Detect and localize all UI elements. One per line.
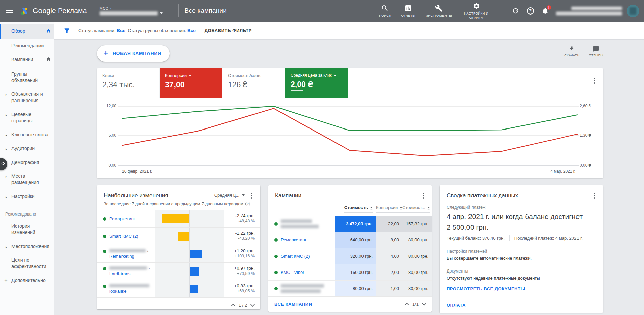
metric-value: 2,00 ₴ (291, 80, 343, 89)
campaign-link[interactable]: Smart КМС (2) (109, 234, 138, 239)
wrench-icon (435, 4, 443, 12)
sidebar-item-keywords[interactable]: ▸ Ключевые слова (0, 128, 54, 142)
tools-button[interactable]: ИНСТРУМЕНТЫ (421, 0, 457, 22)
pager: 1/1 (405, 302, 426, 307)
campaign-link[interactable]: КМС - Viber (281, 270, 304, 275)
refresh-button[interactable] (508, 3, 523, 18)
expand-arrow-icon[interactable]: ▸ (6, 174, 7, 180)
campaign-link[interactable] (281, 284, 324, 293)
expand-arrow-icon[interactable]: ▸ (6, 132, 7, 139)
feedback-button[interactable]: ОТЗЫВЫ (589, 46, 603, 57)
campaigns-kebab-menu[interactable] (420, 192, 426, 200)
card-title: Наибольшие изменения (104, 192, 168, 199)
campaign-link[interactable] (281, 219, 319, 228)
top-movers-card: Наибольшие изменения Средняя ц... За пос… (97, 185, 260, 309)
sidebar-item-label: Целевые страницы (11, 111, 49, 124)
chevron-up-icon[interactable] (405, 303, 409, 307)
chevron-down-icon[interactable] (422, 301, 426, 306)
status-dot-icon (103, 267, 106, 270)
google-ads-logo: Google Реклама (20, 6, 87, 16)
settings-billing-button[interactable]: НАСТРОЙКИ И ОПЛАТА (457, 0, 495, 22)
billing-kebab-menu[interactable] (592, 192, 598, 200)
expand-arrow-icon[interactable]: ▸ (6, 112, 7, 118)
expand-arrow-icon[interactable]: ▸ (6, 194, 7, 200)
metric-card-cost-per-conv[interactable]: Стоимость/конв. 126 ₴ (222, 68, 285, 98)
expand-arrow-icon[interactable]: ▸ (6, 244, 7, 250)
campaign-link[interactable]: Ремаркетинг (109, 216, 135, 222)
sidebar-item-landing-pages[interactable]: ▸ Целевые страницы (0, 108, 54, 128)
column-header-conversions[interactable]: Конверсии (376, 205, 402, 213)
change-percent: +68,05 % (224, 289, 255, 293)
table-row: Smart КМС (2) -1,22 грн. -43,20 % (97, 227, 260, 245)
search-button[interactable]: ПОИСК (374, 0, 396, 22)
home-icon (46, 28, 51, 35)
avatar[interactable] (627, 5, 639, 17)
campaign-link[interactable]: ›Lardi-trans (109, 266, 150, 277)
current-balance-value[interactable]: 376,46 грн. (482, 236, 505, 241)
download-icon (568, 46, 575, 52)
status-dot-icon (103, 217, 106, 221)
metric-card-avg-cpc[interactable]: Средняя цена за клик 2,00 ₴ (285, 68, 348, 98)
campaign-link[interactable]: Smart КМС (2) (281, 254, 310, 259)
change-bar-cell (155, 245, 224, 262)
sidebar-item-audiences[interactable]: ▸ Аудитории (0, 142, 54, 155)
sidebar-item-demographics[interactable]: ▸ Демография (0, 155, 54, 169)
overview-card: Клики 2,34 тыс. Конверсии 37,00 Стоимост… (97, 68, 603, 178)
metric-value: 2,34 тыс. (102, 80, 154, 89)
metric-card-conversions[interactable]: Конверсии 37,00 (160, 68, 222, 98)
download-button[interactable]: СКАЧАТЬ (564, 46, 579, 57)
sidebar-item-overview[interactable]: Обзор (0, 24, 54, 39)
card-title: Кампании (275, 192, 301, 199)
sidebar-item-settings[interactable]: ▸ Настройки (0, 190, 54, 203)
refresh-icon (512, 7, 519, 15)
divider (502, 4, 502, 17)
sidebar-item-more[interactable]: + Дополнительно (0, 274, 54, 287)
filter-summary[interactable]: Статус кампании: Все; Статус группы объя… (78, 28, 196, 33)
expand-arrow-icon[interactable]: ▸ (6, 146, 7, 152)
campaigns-table-header: Стоимость Конверсии Стоимост... (268, 204, 432, 216)
campaign-link[interactable]: Ремаркетинг (281, 237, 307, 243)
table-row: lookalike +0,83 грн. +68,05 % (97, 280, 260, 297)
top-movers-kebab-menu[interactable] (249, 192, 255, 200)
breadcrumb[interactable]: MCC › (100, 6, 172, 15)
sidebar-item-locations[interactable]: ▸ Местоположения (0, 239, 54, 253)
sidebar-item-performance-goals[interactable]: Цели по эффективности (0, 253, 54, 274)
mover-metric-dropdown[interactable]: Средняя ц... (214, 192, 245, 199)
new-campaign-button[interactable]: + НОВАЯ КАМПАНИЯ (97, 45, 170, 62)
notifications-button[interactable]: ! (538, 3, 553, 18)
metric-card-clicks[interactable]: Клики 2,34 тыс. (97, 68, 160, 98)
column-header-cost-per-conv[interactable]: Стоимост... (402, 205, 430, 213)
pay-link[interactable]: ОПЛАТА (447, 303, 466, 308)
all-campaigns-link[interactable]: ВСЕ КАМПАНИИ (274, 302, 312, 307)
chevron-up-icon[interactable] (231, 304, 235, 308)
info-icon[interactable]: ? (245, 202, 250, 206)
column-header-cost[interactable]: Стоимость (344, 205, 373, 213)
hamburger-menu-icon[interactable] (0, 8, 19, 14)
view-all-documents-link[interactable]: ПРОСМОТРЕТЬ ВСЕ ДОКУМЕНТЫ (447, 286, 525, 291)
account-info-blurred[interactable] (556, 7, 622, 15)
campaign-link[interactable]: lookalike (109, 283, 149, 294)
sidebar-item-placements[interactable]: ▸ Места размещения (0, 169, 54, 190)
expand-arrow-icon[interactable]: ▸ (6, 92, 7, 98)
chevron-down-icon[interactable] (250, 302, 255, 307)
sidebar-item-campaigns[interactable]: Кампании (0, 53, 54, 67)
help-button[interactable]: ? (523, 3, 538, 18)
metric-label: Средняя цена за клик (291, 73, 332, 78)
sidebar-item-ads-extensions[interactable]: ▸ Объявления и расширения (0, 87, 54, 108)
cost-per-conv-cell: 80,00 грн. (402, 232, 432, 248)
filter-icon (63, 27, 70, 34)
change-value: +0,97 грн. (224, 266, 255, 271)
campaign-link[interactable]: ›Remarketing (109, 248, 148, 259)
page-title: Все кампании (185, 7, 227, 15)
overview-kebab-menu[interactable] (592, 77, 598, 85)
sidebar-item-change-history[interactable]: История изменений (0, 219, 54, 239)
auto-payments-link[interactable]: автоматические платежи (480, 256, 531, 261)
change-bar-cell (155, 210, 224, 227)
sidebar-item-recommendations[interactable]: Рекомендации (0, 39, 54, 53)
sidebar-item-ad-groups[interactable]: Группы объявлений (0, 67, 54, 87)
reports-button[interactable]: ОТЧЕТЫ (396, 0, 421, 22)
metric-row: Клики 2,34 тыс. Конверсии 37,00 Стоимост… (97, 68, 603, 98)
chevron-down-icon[interactable] (160, 12, 163, 14)
add-filter-button[interactable]: ДОБАВИТЬ ФИЛЬТР (205, 28, 252, 33)
change-value: +1,20 грн. (224, 248, 255, 253)
